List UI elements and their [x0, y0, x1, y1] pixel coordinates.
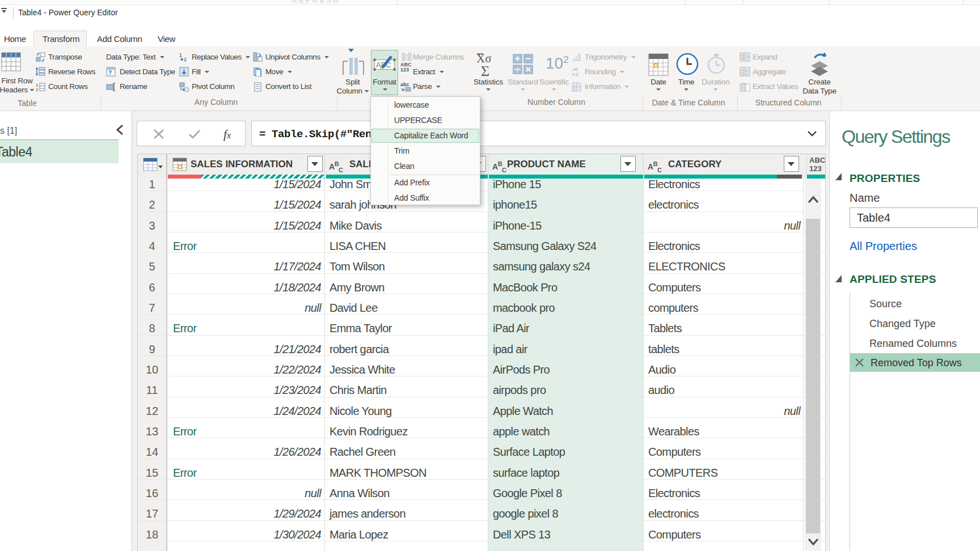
- svg-text:?: ?: [108, 70, 112, 76]
- svg-text:abc: abc: [400, 82, 409, 87]
- svg-text:+: +: [577, 87, 580, 91]
- svg-text:.0: .0: [575, 72, 578, 77]
- svg-text:2: 2: [184, 57, 187, 62]
- svg-text:1: 1: [179, 52, 182, 58]
- svg-text:.00: .00: [572, 67, 578, 72]
- svg-text:Σ: Σ: [481, 63, 489, 78]
- svg-text:2: 2: [36, 87, 39, 92]
- svg-text:Σ: Σ: [745, 69, 749, 75]
- svg-text:=: =: [577, 83, 580, 87]
- svg-text:3: 3: [573, 87, 576, 91]
- svg-text:1: 1: [573, 83, 576, 87]
